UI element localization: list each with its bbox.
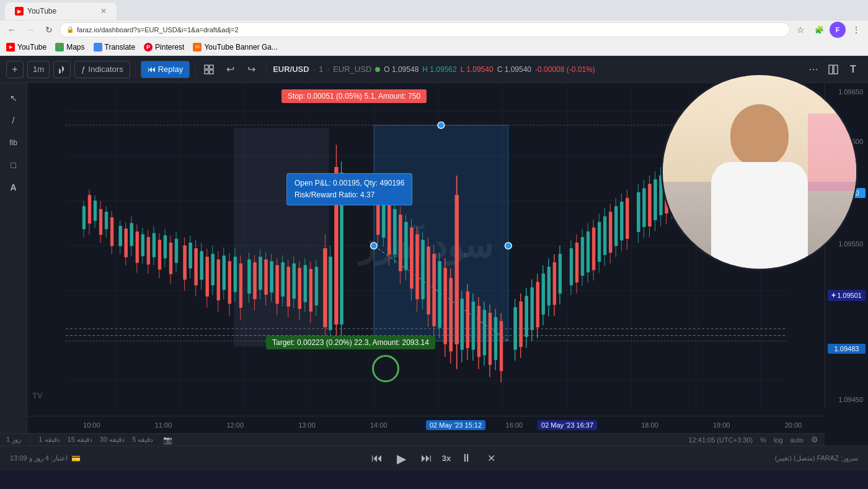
svg-rect-90 <box>184 246 187 279</box>
svg-rect-273 <box>575 243 578 282</box>
person-body <box>711 162 808 269</box>
svg-rect-126 <box>254 262 257 299</box>
pinterest-favicon: P <box>144 43 153 52</box>
replay-skip-end[interactable]: ⏭ <box>417 449 436 468</box>
svg-point-35 <box>371 243 378 249</box>
time-highlight-2: 02 May '23 16:37 <box>538 420 597 430</box>
svg-rect-8 <box>205 70 208 74</box>
svg-rect-63 <box>130 223 133 246</box>
svg-rect-2 <box>59 73 60 74</box>
svg-rect-120 <box>239 264 242 307</box>
svg-rect-195 <box>416 235 419 299</box>
svg-rect-186 <box>399 215 402 271</box>
svg-rect-276 <box>581 237 584 275</box>
add-chart-button[interactable]: + <box>6 61 24 78</box>
replay-pause-btn[interactable]: ⏸ <box>457 449 476 468</box>
svg-rect-48 <box>99 209 102 235</box>
fib-tool[interactable]: fib <box>4 133 24 153</box>
pnl-tooltip: Open P&L: 0.00195, Qty: 490196 Risk/Rewa… <box>286 173 412 205</box>
bookmark-pinterest[interactable]: P Pinterest <box>144 43 184 52</box>
bookmark-maps[interactable]: 📍 Maps <box>55 43 84 52</box>
timeframe-unit: · <box>327 65 330 74</box>
indicators-button[interactable]: ƒ Indicators <box>74 61 130 78</box>
address-text: faraz.io/dashboard?s=EUR_USD&i=1&a=draft… <box>77 26 239 34</box>
maps-label: Maps <box>66 43 84 52</box>
svg-rect-102 <box>206 257 209 296</box>
reload-button[interactable]: ↻ <box>41 22 57 38</box>
bookmark-translate[interactable]: Translate <box>94 43 136 52</box>
symbol-name: EUR/USD <box>273 65 309 74</box>
gear-btn[interactable]: ⚙ <box>811 435 818 444</box>
chart-type-button[interactable] <box>53 61 71 78</box>
svg-rect-231 <box>483 310 486 355</box>
credit-label: اعتبار: 4 روز و 13:09 <box>10 454 68 462</box>
auto-btn[interactable]: auto <box>790 436 804 444</box>
time-12:00: 12:00 <box>227 421 244 429</box>
svg-rect-225 <box>472 302 475 349</box>
replay-icon: ⏮ <box>148 65 156 74</box>
pinterest-label: Pinterest <box>155 43 184 52</box>
svg-rect-45 <box>94 201 97 221</box>
svg-rect-123 <box>248 260 251 294</box>
svg-rect-0 <box>59 70 61 73</box>
svg-rect-207 <box>438 261 441 328</box>
svg-rect-108 <box>217 260 220 300</box>
camera-icon[interactable]: 📷 <box>163 436 172 444</box>
tab-close[interactable]: ✕ <box>100 7 107 16</box>
status-2[interactable]: دقیقه 15 <box>68 436 92 444</box>
replay-skip-start[interactable]: ⏮ <box>368 449 386 468</box>
status-1[interactable]: دقیقه 1 <box>38 436 60 444</box>
svg-rect-303 <box>637 192 640 231</box>
address-bar[interactable]: 🔒 faraz.io/dashboard?s=EUR_USD&i=1&a=dra… <box>60 22 790 37</box>
replay-button[interactable]: ⏮ Replay <box>141 61 190 78</box>
profile-btn[interactable]: F <box>830 22 846 38</box>
svg-rect-213 <box>450 278 453 351</box>
timeframe-button[interactable]: 1m <box>27 61 50 78</box>
browser-tab[interactable]: ▶ YouTube ✕ <box>5 2 117 20</box>
undo-button[interactable]: ↩ <box>221 61 239 78</box>
status-0[interactable]: روز 1 <box>6 436 21 444</box>
grid-button[interactable] <box>200 61 218 78</box>
bookmark-youtube[interactable]: ▶ YouTube <box>6 43 46 52</box>
stop-tooltip: Stop: 0.00051 (0.05%) 5.1, Amount: 750 <box>281 89 427 103</box>
log-btn[interactable]: log <box>774 436 783 444</box>
bookmark-yw[interactable]: W YouTube Banner Ga... <box>193 43 278 52</box>
time-20:00: 20:00 <box>785 421 802 429</box>
low-price: L 1.09540 <box>461 65 494 74</box>
maps-favicon: 📍 <box>55 43 64 52</box>
replay-close-btn[interactable]: ✕ <box>482 449 500 468</box>
replay-play-btn[interactable]: ▶ <box>392 449 411 468</box>
line-tool[interactable]: / <box>4 110 24 130</box>
svg-rect-279 <box>587 231 590 272</box>
left-drawing-toolbar: ↖ / fib □ A <box>0 83 27 433</box>
pct-btn[interactable]: % <box>760 436 766 444</box>
stop-label: Stop: 0.00051 (0.05%) 5.1, Amount: 750 <box>288 92 420 101</box>
svg-rect-312 <box>654 179 657 220</box>
status-4[interactable]: دقیقه 5 <box>132 436 153 444</box>
svg-rect-162 <box>324 249 327 327</box>
timeframe-display: · <box>313 65 316 74</box>
svg-rect-159 <box>315 267 318 305</box>
price-1.09450: 1.09450 <box>828 396 866 403</box>
svg-rect-42 <box>88 195 91 223</box>
redo-button[interactable]: ↪ <box>242 61 260 78</box>
back-button[interactable]: ← <box>4 22 20 38</box>
extensions-btn[interactable]: 🧩 <box>811 22 827 38</box>
text-tool-left[interactable]: A <box>4 177 24 197</box>
svg-rect-210 <box>444 268 447 344</box>
svg-rect-10 <box>829 65 833 74</box>
bookmark-star[interactable]: ☆ <box>792 22 808 38</box>
svg-rect-234 <box>489 313 492 364</box>
svg-rect-309 <box>649 184 652 227</box>
server-label: سرور: FARAZ (متصل) (تغییر) <box>775 454 858 462</box>
time-11:00: 11:00 <box>155 421 172 429</box>
menu-btn[interactable]: ⋮ <box>848 22 864 38</box>
svg-rect-1 <box>59 68 60 70</box>
cursor-tool[interactable]: ↖ <box>4 88 24 108</box>
shape-tool[interactable]: □ <box>4 155 24 175</box>
status-3[interactable]: دقیقه 30 <box>100 436 125 444</box>
forward-button[interactable]: → <box>22 22 38 38</box>
svg-rect-198 <box>422 240 425 299</box>
svg-text:TV: TV <box>32 391 43 400</box>
svg-rect-69 <box>141 235 144 256</box>
